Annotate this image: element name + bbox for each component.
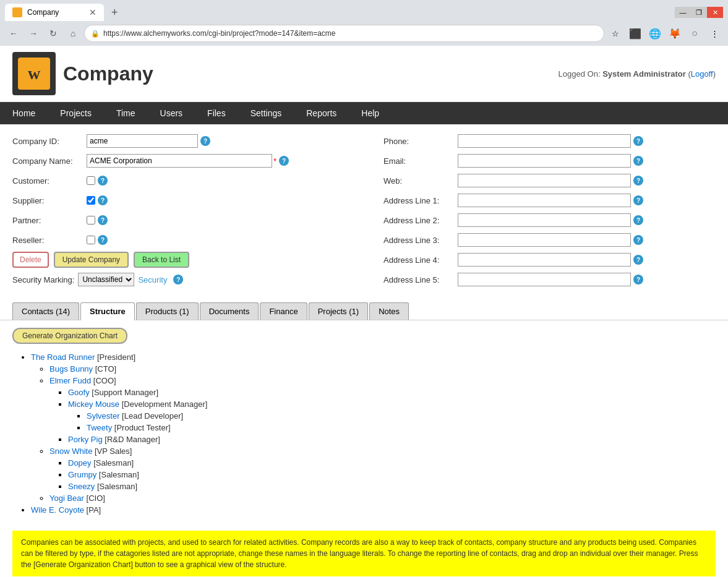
- tab-finance[interactable]: Finance: [260, 302, 307, 320]
- addr4-input[interactable]: [458, 253, 631, 267]
- security-select[interactable]: Unclassified: [78, 273, 134, 286]
- win-min-btn[interactable]: —: [675, 7, 691, 18]
- person-link-sylvester[interactable]: Sylvester: [87, 411, 119, 421]
- tabs-area: Contacts (14) Structure Products (1) Doc…: [0, 300, 728, 320]
- tab-close-btn[interactable]: ✕: [89, 7, 96, 17]
- addr2-input[interactable]: [458, 213, 631, 227]
- person-link-wile-coyote[interactable]: Wile E. Coyote: [31, 505, 84, 515]
- customer-label: Customer:: [12, 176, 87, 186]
- security-link[interactable]: Security: [138, 275, 167, 284]
- home-btn[interactable]: ⌂: [64, 25, 82, 42]
- tab-products[interactable]: Products (1): [136, 302, 199, 320]
- ext2-btn[interactable]: 🌐: [646, 25, 664, 42]
- reload-btn[interactable]: ↻: [45, 25, 62, 42]
- tab-contacts[interactable]: Contacts (14): [12, 302, 79, 320]
- addr5-input[interactable]: [458, 273, 631, 286]
- generate-org-chart-button[interactable]: Generate Organization Chart: [12, 328, 127, 344]
- partner-checkbox[interactable]: [87, 216, 95, 224]
- addr1-help-icon[interactable]: ?: [633, 195, 643, 205]
- company-id-label: Company ID:: [12, 137, 87, 146]
- person-link-mickey-mouse[interactable]: Mickey Mouse: [68, 400, 119, 409]
- security-marking-label: Security Marking:: [12, 275, 74, 284]
- company-name-help-icon[interactable]: ?: [279, 156, 289, 166]
- win-close-btn[interactable]: ✕: [707, 7, 723, 18]
- content-area: Generate Organization Chart The Road Run…: [0, 320, 728, 524]
- customer-checkbox[interactable]: [87, 176, 95, 185]
- addr3-help-icon[interactable]: ?: [633, 235, 643, 245]
- user-name: System Administrator: [602, 69, 686, 79]
- addr3-input[interactable]: [458, 233, 631, 247]
- tab-documents[interactable]: Documents: [200, 302, 259, 320]
- email-label: Email:: [383, 156, 458, 166]
- web-input[interactable]: [458, 174, 631, 187]
- supplier-checkbox[interactable]: [87, 196, 95, 205]
- list-item: Mickey Mouse [Development Manager] Sylve…: [68, 400, 716, 432]
- email-row: Email: ?: [383, 153, 716, 169]
- nav-time[interactable]: Time: [104, 102, 148, 124]
- addr2-help-icon[interactable]: ?: [633, 215, 643, 225]
- bookmark-btn[interactable]: ☆: [607, 25, 624, 42]
- customer-help-icon[interactable]: ?: [98, 176, 108, 186]
- update-company-button[interactable]: Update Company: [54, 252, 129, 268]
- addr5-help-icon[interactable]: ?: [633, 275, 643, 284]
- back-btn[interactable]: ←: [5, 25, 22, 42]
- list-item: Grumpy [Salesman]: [68, 470, 716, 479]
- menu-btn[interactable]: ⋮: [706, 25, 723, 42]
- browser-tab[interactable]: Company ✕: [5, 4, 104, 21]
- person-link-bugs-bunny[interactable]: Bugs Bunny: [49, 364, 93, 374]
- ext3-btn[interactable]: 🦊: [666, 25, 683, 42]
- nav-users[interactable]: Users: [148, 102, 195, 124]
- addr2-label: Address Line 2:: [383, 216, 458, 225]
- person-link-goofy[interactable]: Goofy: [68, 388, 90, 397]
- person-link-tweety[interactable]: Tweety: [87, 423, 112, 432]
- url-text: https://www.alchemyworks.com/cgi-bin/pro…: [103, 29, 336, 38]
- partner-help-icon[interactable]: ?: [98, 215, 108, 225]
- person-role: [R&D Manager]: [105, 435, 160, 444]
- company-name-input[interactable]: [87, 154, 272, 168]
- person-link-road-runner[interactable]: The Road Runner: [31, 353, 95, 362]
- ext4-btn[interactable]: ○: [686, 25, 703, 42]
- nav-settings[interactable]: Settings: [238, 102, 294, 124]
- person-link-porky-pig[interactable]: Porky Pig: [68, 435, 103, 444]
- person-link-grumpy[interactable]: Grumpy: [68, 470, 96, 479]
- company-id-input[interactable]: [87, 134, 198, 148]
- nav-projects[interactable]: Projects: [48, 102, 104, 124]
- nav-help[interactable]: Help: [349, 102, 392, 124]
- supplier-label: Supplier:: [12, 196, 87, 205]
- back-to-list-button[interactable]: Back to List: [134, 252, 189, 268]
- person-link-dopey[interactable]: Dopey: [68, 458, 92, 468]
- security-help-icon[interactable]: ?: [173, 275, 183, 284]
- url-bar[interactable]: 🔒 https://www.alchemyworks.com/cgi-bin/p…: [84, 25, 604, 42]
- tab-notes[interactable]: Notes: [369, 302, 409, 320]
- delete-button[interactable]: Delete: [12, 252, 49, 268]
- person-role: [Lead Developer]: [122, 411, 183, 421]
- list-item: Porky Pig [R&D Manager]: [68, 435, 716, 444]
- person-link-snow-white[interactable]: Snow White: [49, 447, 92, 456]
- ext1-btn[interactable]: ⬛: [627, 25, 644, 42]
- phone-help-icon[interactable]: ?: [633, 136, 643, 146]
- nav-home[interactable]: Home: [0, 102, 48, 124]
- email-input[interactable]: [458, 154, 631, 168]
- logoff-link[interactable]: Logoff: [691, 69, 713, 79]
- addr4-help-icon[interactable]: ?: [633, 255, 643, 265]
- tab-structure[interactable]: Structure: [80, 302, 135, 320]
- win-max-btn[interactable]: ❐: [691, 7, 707, 18]
- person-link-sneezy[interactable]: Sneezy: [68, 482, 95, 491]
- new-tab-btn[interactable]: +: [108, 5, 122, 20]
- company-id-help-icon[interactable]: ?: [200, 136, 210, 146]
- reseller-checkbox[interactable]: [87, 236, 95, 244]
- phone-input[interactable]: [458, 134, 631, 148]
- reseller-help-icon[interactable]: ?: [98, 235, 108, 245]
- addr1-label: Address Line 1:: [383, 196, 458, 205]
- forward-btn[interactable]: →: [25, 25, 42, 42]
- nav-reports[interactable]: Reports: [294, 102, 349, 124]
- person-role: [CIO]: [87, 494, 105, 503]
- nav-files[interactable]: Files: [195, 102, 238, 124]
- email-help-icon[interactable]: ?: [633, 156, 643, 166]
- person-link-elmer-fudd[interactable]: Elmer Fudd: [49, 376, 91, 385]
- web-help-icon[interactable]: ?: [633, 176, 643, 186]
- tab-projects[interactable]: Projects (1): [309, 302, 368, 320]
- supplier-help-icon[interactable]: ?: [98, 195, 108, 205]
- person-link-yogi-bear[interactable]: Yogi Bear: [49, 494, 84, 503]
- addr1-input[interactable]: [458, 194, 631, 207]
